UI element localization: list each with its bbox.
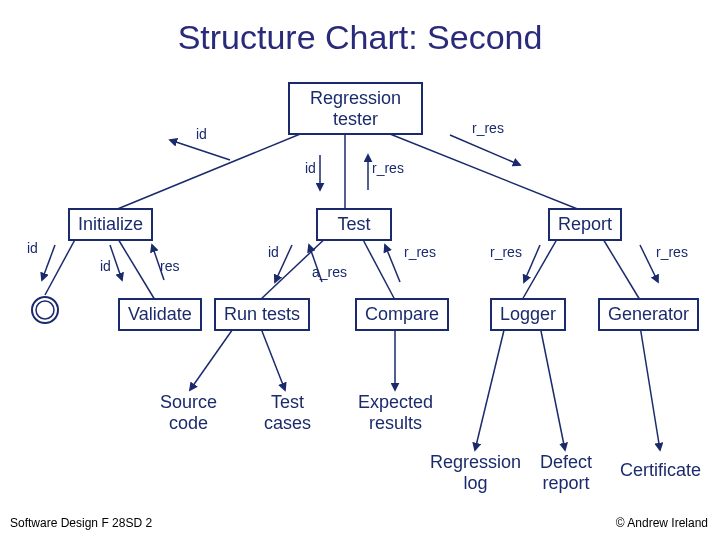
svg-line-27 (540, 326, 565, 450)
svg-line-6 (450, 135, 520, 165)
svg-line-20 (600, 234, 640, 300)
box-run-tests: Run tests (214, 298, 310, 331)
text-test-cases: Test cases (264, 392, 311, 434)
page-title: Structure Chart: Second (0, 18, 720, 57)
svg-line-24 (260, 326, 285, 390)
svg-line-19 (522, 234, 560, 300)
text-regression-log: Regression log (430, 452, 521, 494)
footer-left: Software Design F 28SD 2 (10, 516, 152, 530)
box-validate: Validate (118, 298, 202, 331)
svg-line-26 (475, 326, 505, 450)
svg-line-8 (110, 245, 122, 280)
text-source-code: Source code (160, 392, 217, 434)
label-id-5: id (268, 244, 279, 260)
text-defect-report: Defect report (540, 452, 592, 494)
svg-line-7 (115, 234, 155, 300)
label-rres-5: r_res (656, 244, 688, 260)
label-id-4: id (100, 258, 111, 274)
svg-line-3 (170, 140, 230, 160)
label-rres-4: r_res (490, 244, 522, 260)
svg-line-15 (360, 234, 395, 300)
svg-line-23 (190, 326, 235, 390)
label-id-3: id (27, 240, 38, 256)
label-rres-2: r_res (472, 120, 504, 136)
box-test: Test (316, 208, 392, 241)
label-ares: a_res (312, 264, 347, 280)
label-rres-3: r_res (404, 244, 436, 260)
text-expected-results: Expected results (358, 392, 433, 434)
svg-point-12 (32, 297, 58, 323)
label-id-2: id (305, 160, 316, 176)
svg-line-11 (42, 245, 55, 280)
label-rres-1: r_res (372, 160, 404, 176)
svg-line-0 (115, 130, 310, 210)
footer-right: © Andrew Ireland (616, 516, 708, 530)
svg-line-28 (640, 326, 660, 450)
box-initialize: Initialize (68, 208, 153, 241)
box-logger: Logger (490, 298, 566, 331)
svg-line-10 (45, 234, 78, 295)
svg-line-2 (380, 130, 580, 210)
svg-line-21 (524, 245, 540, 282)
box-compare: Compare (355, 298, 449, 331)
svg-point-13 (36, 301, 54, 319)
box-regression-tester: Regression tester (288, 82, 423, 135)
box-generator: Generator (598, 298, 699, 331)
label-res-1: res (160, 258, 179, 274)
text-certificate: Certificate (620, 460, 701, 481)
svg-line-18 (385, 245, 400, 282)
label-id-1: id (196, 126, 207, 142)
box-report: Report (548, 208, 622, 241)
